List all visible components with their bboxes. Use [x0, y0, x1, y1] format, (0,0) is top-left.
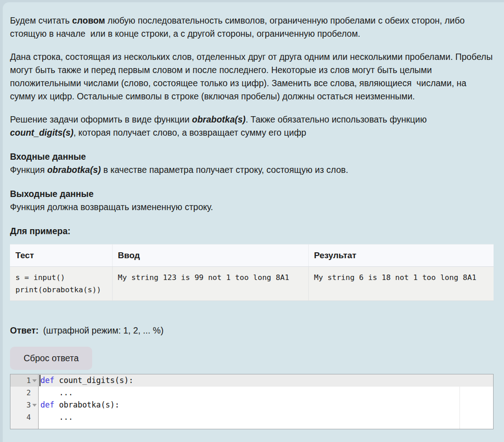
code-line-4[interactable]: ...: [39, 411, 493, 423]
example-table-row: s = input() print(obrabotka(s)) My strin…: [10, 267, 494, 301]
fold-slot-empty: [31, 391, 37, 395]
test-cell: s = input() print(obrabotka(s)): [10, 267, 112, 301]
fold-toggle-icon[interactable]: [31, 403, 37, 408]
example-table: Тест Ввод Результат s = input() print(ob…: [10, 244, 494, 301]
keyword-def: def: [40, 376, 54, 385]
line-number: 4: [26, 413, 31, 422]
answer-line: Ответ:(штрафной режим: 1, 2, ... %): [10, 324, 494, 337]
column-header-input: Ввод: [112, 245, 308, 267]
input-data-heading: Входные данные: [10, 150, 494, 163]
output-data-text: Функция должна возвращать измененную стр…: [10, 201, 494, 214]
output-data-heading: Выходные данные: [10, 187, 494, 201]
keyword-def: def: [40, 400, 54, 409]
fold-slot-empty: [31, 415, 37, 420]
chevron-down-icon: [32, 404, 37, 407]
example-table-header-row: Тест Ввод Результат: [10, 245, 494, 267]
function-name-obrabotka: obrabotka(s): [47, 165, 101, 175]
fold-toggle-icon[interactable]: [31, 378, 37, 383]
task-text: в качестве параметра получает строку, со…: [101, 165, 348, 175]
task-term-word: словом: [72, 15, 105, 25]
task-text: , которая получает слово, а возвращает с…: [74, 128, 306, 138]
column-header-test: Тест: [10, 245, 112, 267]
line-number: 2: [26, 388, 31, 397]
code-editor[interactable]: 1 2 3 4 def count_digits(s): ... def obr…: [10, 374, 494, 429]
example-heading: Для примера:: [10, 225, 494, 238]
function-name-count-digits: count_digits(s): [10, 128, 74, 138]
function-name-obrabotka: obrabotka(s): [192, 114, 246, 124]
penalty-note: (штрафной режим: 1, 2, ... %): [43, 325, 163, 335]
code-line-1[interactable]: def count_digits(s):: [39, 374, 493, 387]
code-line-2[interactable]: ...: [39, 387, 493, 399]
gutter-line-3: 3: [10, 399, 38, 411]
code-line-3[interactable]: def obrabotka(s):: [39, 399, 493, 411]
input-cell: My string 123 is 99 not 1 too long 8A1: [112, 267, 308, 301]
gutter-line-1: 1: [10, 374, 38, 387]
question-panel: Будем считать словом любую последователь…: [3, 2, 504, 442]
answer-label: Ответ:: [10, 325, 39, 335]
result-cell: My string 6 is 18 not 1 too long 8A1: [308, 267, 494, 301]
task-paragraph-3: Решение задачи оформить в виде функции o…: [10, 113, 494, 139]
gutter-line-4: 4: [10, 411, 38, 423]
input-data-text: Функция obrabotka(s) в качестве параметр…: [10, 163, 494, 177]
code-text: count_digits(s):: [54, 376, 133, 385]
task-text: Решение задачи оформить в виде функции: [10, 114, 192, 124]
editor-code-area[interactable]: def count_digits(s): ... def obrabotka(s…: [39, 374, 493, 429]
task-paragraph-2: Дана строка, состоящая из нескольких сло…: [10, 50, 494, 103]
column-header-result: Результат: [308, 245, 494, 267]
task-paragraph-1: Будем считать словом любую последователь…: [10, 14, 494, 40]
line-number: 1: [26, 376, 31, 385]
task-text: . Также обязательно использовать функцию: [246, 114, 429, 124]
chevron-down-icon: [32, 379, 37, 382]
line-number: 3: [26, 401, 31, 409]
code-text: ...: [40, 388, 73, 397]
task-text: Функция: [10, 165, 47, 175]
reset-answer-button[interactable]: Сброс ответа: [10, 347, 92, 370]
question-content: Будем считать словом любую последователь…: [3, 2, 494, 429]
code-text: ...: [40, 413, 73, 422]
code-text: obrabotka(s):: [54, 400, 119, 409]
editor-gutter: 1 2 3 4: [10, 374, 39, 429]
task-text: Будем считать: [10, 15, 72, 25]
text-cursor: [40, 375, 40, 386]
gutter-line-2: 2: [10, 387, 38, 399]
